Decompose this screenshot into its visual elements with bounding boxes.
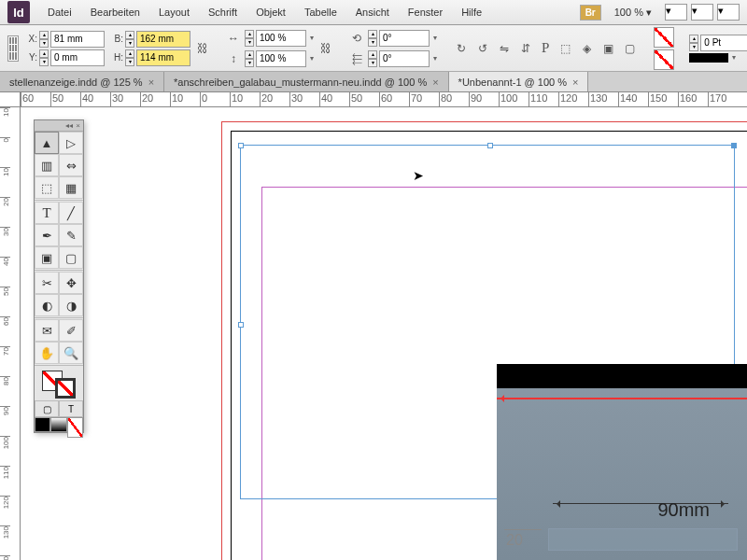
rotate-icon: ⟲ (347, 29, 366, 48)
eyedropper-tool[interactable]: ✐ (59, 319, 83, 342)
x-label: X: (24, 34, 37, 44)
vertical-ruler[interactable]: 100102030405060708090100110120130140 (0, 107, 21, 560)
p-icon[interactable]: P (541, 39, 550, 58)
collapse-icon[interactable]: ◂◂ (65, 121, 73, 130)
apply-color-icon[interactable] (35, 417, 50, 432)
x-spinner[interactable]: ▴▾ (39, 31, 49, 48)
scaley-input[interactable]: 100 % (256, 50, 306, 67)
formatting-container-icon[interactable]: ▢ (35, 400, 59, 417)
ruler-origin[interactable] (0, 92, 21, 107)
direct-selection-tool[interactable]: ▷ (59, 132, 83, 154)
reference-point[interactable] (7, 35, 19, 62)
apply-gradient-icon[interactable] (50, 417, 66, 432)
w-label: B: (110, 34, 123, 44)
free-transform-tool[interactable]: ✥ (59, 272, 83, 294)
apply-none-icon[interactable] (67, 417, 83, 438)
rotate90ccw-icon[interactable]: ↺ (473, 39, 492, 58)
fit-frame-icon[interactable]: ▢ (620, 39, 639, 58)
h-label: H: (110, 52, 123, 63)
h-spinner[interactable]: ▴▾ (125, 49, 134, 66)
tab-unbenannt[interactable]: *Unbenannt-1 @ 100 %× (449, 72, 589, 91)
pencil-tool[interactable]: ✎ (59, 224, 83, 246)
dimension-20: 20 (506, 532, 523, 549)
menu-schrift[interactable]: Schrift (200, 3, 246, 21)
tools-panel[interactable]: ◂◂× ▲ ▷ ▥ ⇔ ⬚ ▦ T ╱ ✒ ✎ ▣ ▢ ✂ ✥ ◐ ◑ ✉ ✐ … (34, 119, 84, 433)
rotate90cw-icon[interactable]: ↻ (452, 39, 471, 58)
rectangle-frame-tool[interactable]: ▣ (35, 246, 59, 269)
constrain-scale-icon[interactable]: ⛓ (319, 39, 332, 58)
screen-mode-icon[interactable]: ▾ (691, 4, 713, 21)
x-input[interactable]: 81 mm (50, 31, 105, 48)
close-icon[interactable]: × (148, 77, 154, 88)
dimension-20-arrow (504, 529, 542, 530)
close-icon[interactable]: × (572, 77, 578, 88)
w-spinner[interactable]: ▴▾ (125, 31, 134, 48)
red-dimension-line (497, 398, 747, 399)
bridge-button[interactable]: Br (580, 5, 601, 21)
y-spinner[interactable]: ▴▾ (39, 49, 49, 66)
formatting-text-icon[interactable]: T (59, 400, 83, 417)
menu-ansicht[interactable]: Ansicht (347, 3, 398, 21)
inner-rect (548, 528, 738, 551)
cursor-icon: ➤ (413, 168, 424, 183)
constrain-wh-icon[interactable]: ⛓ (196, 39, 209, 58)
page-tool[interactable]: ▥ (35, 154, 59, 176)
rotate-input[interactable]: 0° (379, 30, 430, 47)
placed-image[interactable]: 90mm 20 (497, 364, 747, 560)
scalex-icon: ↔ (224, 29, 243, 48)
menu-datei[interactable]: Datei (39, 3, 80, 21)
fill-stroke-swatch[interactable] (35, 367, 83, 400)
arrange-icon[interactable]: ▾ (717, 4, 740, 21)
close-icon[interactable]: × (76, 121, 80, 130)
select-container-icon[interactable]: ⬚ (556, 39, 574, 58)
selection-tool[interactable]: ▲ (35, 132, 59, 154)
close-icon[interactable]: × (432, 77, 438, 88)
menu-hilfe[interactable]: Hilfe (453, 3, 490, 21)
canvas[interactable]: 90mm 20 ➤ (21, 107, 747, 560)
fill-swatch[interactable] (654, 27, 674, 48)
fliph-icon[interactable]: ⇋ (495, 39, 514, 58)
tab-stellenanzeige[interactable]: stellenanzeige.indd @ 125 %× (0, 72, 164, 91)
y-input[interactable]: 0 mm (50, 49, 105, 66)
resize-handle[interactable] (238, 322, 244, 328)
menu-tabelle[interactable]: Tabelle (296, 3, 345, 21)
menu-bearbeiten[interactable]: Bearbeiten (82, 3, 148, 21)
w-input[interactable]: 162 mm (136, 31, 190, 48)
content-placer-tool[interactable]: ▦ (59, 176, 83, 199)
hand-tool[interactable]: ✋ (35, 342, 59, 364)
line-tool[interactable]: ╱ (59, 202, 83, 224)
gap-tool[interactable]: ⇔ (59, 154, 83, 176)
scaley-icon: ↕ (224, 49, 243, 68)
resize-handle[interactable] (238, 143, 244, 148)
zoom-tool[interactable]: 🔍 (59, 342, 83, 364)
menu-layout[interactable]: Layout (150, 3, 198, 21)
control-panel: X:▴▾81 mm Y:▴▾0 mm B:▴▾162 mm H:▴▾114 mm… (0, 25, 747, 72)
type-tool[interactable]: T (35, 202, 59, 224)
gradient-feather-tool[interactable]: ◑ (59, 294, 83, 316)
zoom-level[interactable]: 100 % ▾ (609, 5, 657, 21)
scissors-tool[interactable]: ✂ (35, 272, 59, 294)
view-mode-icon[interactable]: ▾ (665, 4, 687, 21)
stroke-style[interactable] (689, 53, 728, 63)
pen-tool[interactable]: ✒ (35, 224, 59, 246)
stroke-weight-input[interactable]: 0 Pt (700, 35, 747, 51)
rectangle-tool[interactable]: ▢ (59, 246, 83, 269)
gradient-swatch-tool[interactable]: ◐ (35, 294, 59, 316)
scalex-input[interactable]: 100 % (256, 30, 306, 47)
tab-anschreiben[interactable]: *anschreiben_galabau_mustermann-neu.indd… (164, 72, 449, 91)
flipv-icon[interactable]: ⇵ (516, 39, 535, 58)
note-tool[interactable]: ✉ (35, 319, 59, 342)
stroke-swatch[interactable] (654, 49, 674, 70)
menu-objekt[interactable]: Objekt (247, 3, 294, 21)
h-input[interactable]: 114 mm (136, 49, 190, 66)
resize-handle[interactable] (487, 143, 493, 148)
fit-content-icon[interactable]: ▣ (599, 39, 617, 58)
select-content-icon[interactable]: ◈ (577, 39, 596, 58)
menu-fenster[interactable]: Fenster (400, 3, 451, 21)
menu-bar: Id Datei Bearbeiten Layout Schrift Objek… (0, 0, 747, 25)
shear-input[interactable]: 0° (379, 50, 430, 67)
content-collector-tool[interactable]: ⬚ (35, 176, 59, 199)
dimension-90mm: 90mm (657, 499, 710, 521)
horizontal-ruler[interactable]: 6050403020100102030405060708090100110120… (21, 92, 747, 107)
resize-handle[interactable] (731, 143, 737, 148)
